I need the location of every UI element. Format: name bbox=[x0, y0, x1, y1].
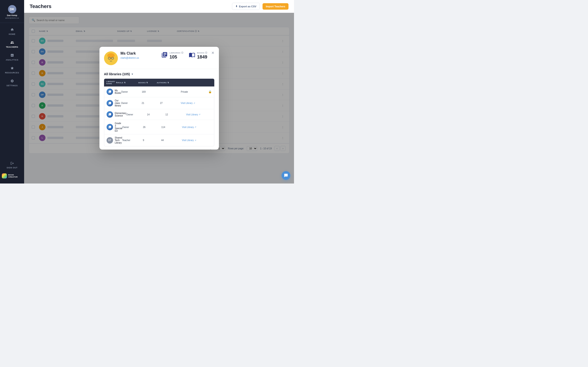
modal-overlay[interactable]: Ms Clark clark@district.us LIBRARIES ⓘ bbox=[24, 13, 294, 184]
libraries-filter[interactable]: All libraries (105) ▾ bbox=[104, 72, 214, 76]
teacher-email-link[interactable]: clark@district.us bbox=[121, 56, 139, 59]
external-link-icon: ↗ bbox=[199, 113, 200, 116]
books-info-icon: ⓘ bbox=[205, 51, 208, 54]
lib-role-cell: Teacher bbox=[122, 139, 143, 142]
libraries-stat-label: LIBRARIES ⓘ bbox=[170, 51, 183, 54]
export-csv-button[interactable]: ⬇ Export as CSV bbox=[232, 3, 260, 10]
lib-books-cell: 14 bbox=[147, 113, 165, 116]
sidebar-user: DK Dan Kemp admin@district.us bbox=[0, 3, 24, 23]
books-stat-label: BOOKS ⓘ bbox=[197, 51, 208, 54]
sidebar-item-home-label: Home bbox=[9, 33, 15, 35]
libraries-info-icon: ⓘ bbox=[181, 51, 183, 54]
export-label: Export as CSV bbox=[239, 5, 256, 8]
teachers-icon bbox=[10, 40, 15, 45]
book-creator-logo: BOOK CREATOR bbox=[0, 171, 24, 181]
lib-role-sort-icon[interactable]: ⇅ bbox=[124, 82, 126, 84]
library-row[interactable]: My Books Owner 169 Private 🔒 bbox=[104, 86, 214, 97]
sidebar-item-settings[interactable]: Settings bbox=[0, 76, 24, 89]
library-icon bbox=[107, 100, 113, 106]
sign-out-button[interactable]: Sign Out bbox=[0, 159, 24, 171]
library-icon bbox=[107, 89, 113, 95]
libraries-filter-label: All libraries (105) bbox=[104, 72, 130, 76]
visit-library-link[interactable]: Visit Library ↗ bbox=[181, 102, 208, 104]
lib-action-cell[interactable]: Visit Library ↗ bbox=[186, 113, 214, 116]
sidebar-item-teachers-label: Teachers bbox=[6, 46, 18, 48]
svg-point-7 bbox=[108, 57, 110, 59]
external-link-icon: ↗ bbox=[195, 139, 196, 142]
lib-th-role: ROLE ⇅ bbox=[118, 81, 138, 85]
lib-authors-cell: 12 bbox=[165, 113, 186, 116]
sidebar-item-analytics[interactable]: Analytics bbox=[0, 50, 24, 63]
analytics-icon bbox=[10, 53, 15, 58]
books-icon bbox=[189, 52, 195, 59]
book-creator-icon bbox=[2, 173, 7, 178]
modal-stats: LIBRARIES ⓘ 105 bbox=[161, 51, 214, 60]
library-icon bbox=[107, 111, 113, 118]
visit-library-link[interactable]: Visit Library ↗ bbox=[182, 126, 209, 128]
avatar: DK bbox=[8, 5, 16, 13]
lib-lock-cell: 🔒 bbox=[208, 90, 215, 93]
lib-authors-cell: 27 bbox=[160, 102, 181, 104]
settings-icon bbox=[10, 78, 15, 83]
lib-action-cell[interactable]: Visit Library ↗ bbox=[181, 102, 208, 104]
home-icon bbox=[10, 27, 15, 32]
lib-name-cell: Elementary Science bbox=[107, 111, 127, 118]
sign-out-label: Sign Out bbox=[7, 167, 18, 169]
lib-name-sort-icon[interactable]: ⇅ bbox=[116, 82, 118, 84]
lib-name-cell: My Books bbox=[107, 89, 121, 95]
lib-books-sort-icon[interactable]: ⇅ bbox=[146, 82, 148, 84]
lock-icon: 🔒 bbox=[208, 90, 212, 93]
teacher-info: Ms Clark clark@district.us bbox=[121, 51, 139, 60]
sidebar-item-resources-label: Resources bbox=[5, 72, 19, 74]
libraries-stat-content: LIBRARIES ⓘ 105 bbox=[170, 51, 183, 60]
lib-books-cell: 26 bbox=[143, 126, 161, 128]
lib-action-cell[interactable]: Visit Library ↗ bbox=[182, 126, 209, 128]
sidebar: DK Dan Kemp admin@district.us Home Teach… bbox=[0, 0, 24, 184]
lib-th-extra bbox=[205, 81, 212, 85]
libraries-icon bbox=[161, 52, 168, 59]
modal-close-button[interactable]: ✕ bbox=[210, 50, 216, 56]
sidebar-item-settings-label: Settings bbox=[6, 84, 18, 87]
lib-name-cell: ST Shared Tech Library bbox=[107, 136, 122, 144]
import-teachers-button[interactable]: Import Teachers bbox=[262, 3, 288, 10]
libraries-stat-value: 105 bbox=[170, 54, 183, 60]
books-stat: BOOKS ⓘ 1849 bbox=[189, 51, 208, 60]
sidebar-item-home[interactable]: Home bbox=[0, 25, 24, 38]
lib-th-books: BOOKS ⇅ bbox=[138, 81, 157, 85]
topbar-actions: ⬇ Export as CSV Import Teachers bbox=[232, 3, 288, 10]
chevron-down-icon[interactable]: ▾ bbox=[132, 73, 133, 76]
visit-library-link[interactable]: Visit Library ↗ bbox=[186, 113, 214, 116]
main-content: Teachers ⬇ Export as CSV Import Teachers… bbox=[24, 0, 294, 184]
lib-name-cell: Grade 3 Special Ed bbox=[107, 122, 122, 132]
topbar: Teachers ⬇ Export as CSV Import Teachers bbox=[24, 0, 294, 13]
svg-point-2 bbox=[107, 53, 115, 58]
resources-icon bbox=[10, 66, 15, 71]
library-row[interactable]: Elementary Science Owner 14 12 Visit Lib… bbox=[104, 109, 214, 120]
lib-role-cell: Owner bbox=[121, 91, 142, 93]
sidebar-username: Dan Kemp bbox=[7, 14, 17, 17]
book-creator-text: BOOK CREATOR bbox=[8, 174, 22, 178]
lib-role-cell: Owner bbox=[122, 126, 143, 128]
sign-out-icon bbox=[10, 161, 14, 166]
library-row[interactable]: Our class library Owner 21 27 Visit Libr… bbox=[104, 97, 214, 109]
lib-role-cell: Owner bbox=[126, 113, 147, 116]
lib-authors-sort-icon[interactable]: ⇅ bbox=[167, 82, 169, 84]
modal-header: Ms Clark clark@district.us LIBRARIES ⓘ bbox=[99, 47, 219, 69]
lib-th-action bbox=[178, 81, 205, 85]
library-row[interactable]: ST Shared Tech Library Teacher 9 44 Visi… bbox=[104, 134, 214, 146]
lib-authors-cell: 114 bbox=[161, 126, 182, 128]
chat-button[interactable] bbox=[282, 171, 290, 180]
libraries-stat: LIBRARIES ⓘ 105 bbox=[161, 51, 183, 60]
svg-point-6 bbox=[111, 59, 111, 60]
lib-action-cell[interactable]: Visit Library ↗ bbox=[182, 139, 209, 142]
lib-books-cell: 9 bbox=[143, 139, 161, 142]
lib-name-cell: Our class library bbox=[107, 99, 121, 107]
teacher-modal: Ms Clark clark@district.us LIBRARIES ⓘ bbox=[99, 47, 219, 150]
library-row[interactable]: Grade 3 Special Ed Owner 26 114 Visit Li… bbox=[104, 120, 214, 134]
lib-role-cell: Owner bbox=[121, 102, 142, 104]
sidebar-item-resources[interactable]: Resources bbox=[0, 63, 24, 76]
sidebar-item-teachers[interactable]: Teachers bbox=[0, 38, 24, 50]
visit-library-link[interactable]: Visit Library ↗ bbox=[182, 139, 209, 142]
library-table: LIBRARY NAME ⇅ ROLE ⇅ BOOKS ⇅ AUTHORS ⇅ bbox=[104, 79, 214, 146]
sidebar-bottom: Sign Out BOOK CREATOR bbox=[0, 159, 24, 181]
